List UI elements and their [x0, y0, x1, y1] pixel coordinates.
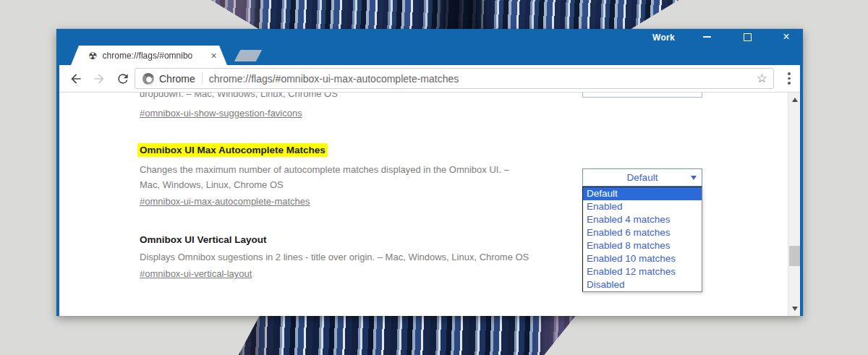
maximize-button[interactable]	[735, 29, 760, 45]
desktop: Work × ☢ chrome://flags/#omnibo ×	[0, 0, 868, 355]
tab-title: chrome://flags/#omnibo	[103, 51, 210, 61]
scrollbar[interactable]	[788, 93, 800, 316]
flags-page-content: dropdown. – Mac, Windows, Linux, Chrome …	[59, 93, 800, 316]
dropdown-option-default[interactable]: Default	[583, 187, 702, 200]
profile-label[interactable]: Work	[652, 33, 675, 43]
scroll-up-icon[interactable]	[788, 94, 800, 106]
window-titlebar: Work ×	[59, 29, 800, 45]
browser-window: Work × ☢ chrome://flags/#omnibo ×	[56, 29, 803, 316]
reload-icon[interactable]	[116, 72, 130, 86]
browser-toolbar: Chrome chrome://flags/#omnibox-ui-max-au…	[59, 65, 800, 93]
back-icon[interactable]	[69, 72, 83, 86]
flag-description-vertical-layout: Displays Omnibox sugestions in 2 lines -…	[140, 252, 529, 262]
flag-link-max-autocomplete[interactable]: #omnibox-ui-max-autocomplete-matches	[140, 196, 310, 207]
tab-strip: ☢ chrome://flags/#omnibo ×	[59, 45, 800, 65]
previous-flag-select[interactable]	[582, 93, 702, 98]
flag-description-line1: Changes the maximum number of autocomple…	[140, 164, 509, 175]
minimize-button[interactable]	[694, 29, 719, 45]
minimize-icon	[703, 36, 711, 38]
highlighted-flag-title: Omnibox UI Max Autocomplete Matches	[137, 143, 328, 157]
flag-select[interactable]: Default	[582, 168, 702, 187]
new-tab-button[interactable]	[234, 50, 263, 61]
dropdown-option-enabled-4[interactable]: Enabled 4 matches	[583, 213, 702, 226]
chrome-logo-icon	[142, 73, 154, 85]
flag-select-value: Default	[627, 172, 658, 183]
address-bar[interactable]: Chrome chrome://flags/#omnibox-ui-max-au…	[135, 68, 774, 89]
dropdown-option-enabled-6[interactable]: Enabled 6 matches	[583, 226, 702, 239]
dropdown-option-enabled[interactable]: Enabled	[583, 200, 702, 213]
scroll-down-icon[interactable]	[788, 303, 800, 315]
url-text[interactable]: chrome://flags/#omnibox-ui-max-autocompl…	[209, 73, 459, 85]
select-dropdown-arrow-icon	[691, 176, 697, 180]
menu-icon[interactable]	[788, 72, 791, 85]
close-button[interactable]: ×	[774, 29, 799, 45]
site-chip-label: Chrome	[159, 73, 195, 85]
dropdown-option-enabled-8[interactable]: Enabled 8 matches	[583, 239, 702, 252]
flag-link-show-suggestion-favicons[interactable]: #omnibox-ui-show-suggestion-favicons	[140, 108, 302, 119]
bookmark-star-icon[interactable]: ☆	[757, 72, 767, 85]
forward-icon[interactable]	[92, 72, 106, 86]
flag-title-vertical-layout: Omnibox UI Vertical Layout	[140, 234, 267, 245]
dropdown-option-enabled-10[interactable]: Enabled 10 matches	[583, 252, 702, 265]
tab-chrome-flags[interactable]: ☢ chrome://flags/#omnibo ×	[71, 46, 227, 65]
wallpaper-flower-bottom	[235, 316, 582, 355]
flag-description-line2: Mac, Windows, Linux, Chrome OS	[140, 179, 284, 190]
flag-select-dropdown: Default Enabled Enabled 4 matches Enable…	[582, 187, 702, 292]
tab-close-icon[interactable]: ×	[211, 51, 217, 61]
flag-title-max-autocomplete: Omnibox UI Max Autocomplete Matches	[137, 145, 328, 155]
maximize-icon	[744, 33, 752, 41]
scrollbar-thumb[interactable]	[789, 246, 800, 266]
dropdown-option-disabled[interactable]: Disabled	[583, 278, 702, 291]
previous-flag-description: dropdown. – Mac, Windows, Linux, Chrome …	[140, 93, 338, 101]
chip-separator	[202, 72, 203, 85]
radiation-favicon-icon: ☢	[88, 51, 98, 61]
flag-link-vertical-layout[interactable]: #omnibox-ui-vertical-layout	[140, 268, 252, 279]
dropdown-option-enabled-12[interactable]: Enabled 12 matches	[583, 265, 702, 278]
wallpaper-flower-top	[206, 0, 684, 29]
